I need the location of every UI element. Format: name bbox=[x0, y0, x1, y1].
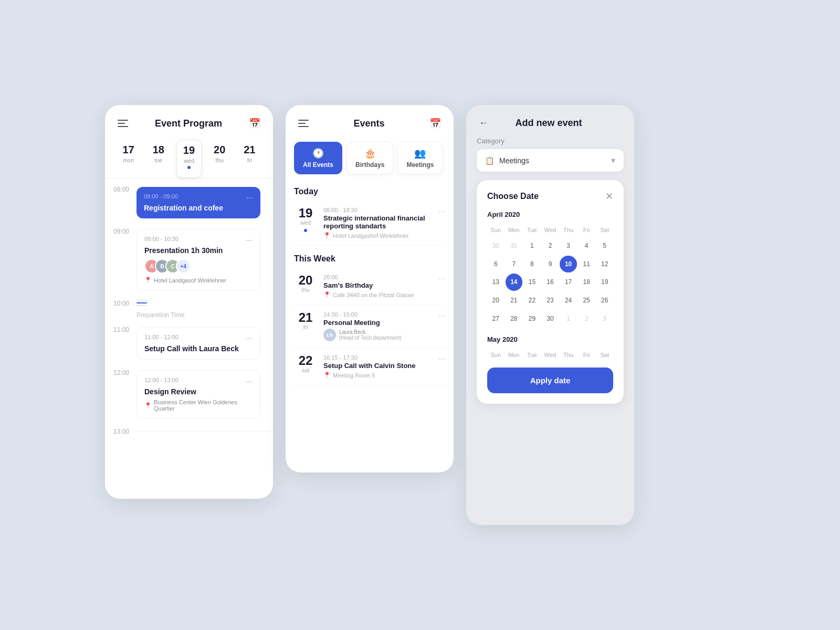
day-18[interactable]: 18 tue bbox=[146, 140, 171, 178]
cal-day[interactable]: 30 bbox=[487, 237, 505, 255]
cal-day[interactable]: 28 bbox=[506, 310, 523, 327]
time-label-12: 12:00 bbox=[113, 368, 136, 376]
cal-day[interactable]: 20 bbox=[487, 292, 505, 309]
cal-header-tue: Tue bbox=[523, 349, 541, 361]
cal-day[interactable]: 11 bbox=[578, 256, 595, 273]
cal-day[interactable]: 8 bbox=[523, 256, 541, 273]
card-menu-btn[interactable]: ··· bbox=[438, 207, 445, 216]
event-time: 08:00 - 09:00 bbox=[144, 193, 178, 200]
cal-day[interactable]: 1 bbox=[560, 310, 577, 327]
hamburger-icon[interactable] bbox=[118, 120, 128, 127]
event-location: 📍 Café 3440 on the Pitztal Glacier bbox=[323, 291, 445, 298]
cal-day[interactable]: 4 bbox=[578, 237, 595, 255]
cal-day[interactable]: 21 bbox=[506, 292, 523, 309]
event-date-day: wed bbox=[300, 219, 311, 226]
cal-day[interactable]: 18 bbox=[578, 274, 595, 291]
cal-day[interactable]: 15 bbox=[523, 274, 541, 291]
event-date-num: 21 bbox=[299, 311, 313, 324]
cal-day[interactable]: 31 bbox=[506, 237, 523, 255]
cal-day[interactable]: 27 bbox=[487, 310, 505, 327]
cal-header-wed: Wed bbox=[542, 349, 559, 361]
cal-day[interactable]: 3 bbox=[596, 310, 613, 327]
cal-day-selected[interactable]: 14 bbox=[506, 274, 523, 291]
cal-day[interactable]: 13 bbox=[487, 274, 505, 291]
cal-day[interactable]: 5 bbox=[596, 237, 613, 255]
cal-day[interactable]: 30 bbox=[542, 310, 559, 327]
day-19-active[interactable]: 19 wed bbox=[176, 140, 202, 178]
tab-meetings[interactable]: 👥 Meetings bbox=[397, 142, 443, 174]
event-date-block: 20 thu bbox=[294, 274, 317, 298]
cal-day[interactable]: 3 bbox=[560, 237, 577, 255]
day-17[interactable]: 17 mon bbox=[116, 140, 140, 178]
cal-day[interactable]: 16 bbox=[542, 274, 559, 291]
cal-day[interactable]: 12 bbox=[596, 256, 613, 273]
card-menu-btn[interactable]: ··· bbox=[438, 354, 445, 364]
category-value-text: Meetings bbox=[499, 156, 529, 165]
cal-day[interactable]: 1 bbox=[523, 237, 541, 255]
card-menu-btn[interactable]: ··· bbox=[438, 311, 445, 321]
prep-label: Preparetion Time bbox=[105, 307, 273, 321]
event-date-dot bbox=[304, 229, 307, 232]
event-design-review[interactable]: 12:00 - 13:00 ··· Design Review 📍 Busine… bbox=[136, 370, 260, 418]
event-registration[interactable]: 08:00 - 09:00 ··· Registration and cofee bbox=[136, 187, 260, 218]
category-select[interactable]: 📋 Meetings ▾ bbox=[477, 149, 624, 172]
event-menu-btn[interactable]: ··· bbox=[246, 236, 253, 245]
event-setup-call[interactable]: 11:00 - 12:00 ··· Setup Call with Laura … bbox=[136, 327, 260, 360]
cal-day[interactable]: 7 bbox=[506, 256, 523, 273]
calendar-icon[interactable]: 📅 bbox=[249, 118, 260, 129]
cal-day[interactable]: 9 bbox=[542, 256, 559, 273]
cal-day[interactable]: 17 bbox=[560, 274, 577, 291]
event-card-personal-meeting[interactable]: 21 fri 14:30 - 15:00 Personal Meeting LB… bbox=[294, 305, 445, 348]
cal-day[interactable]: 29 bbox=[523, 310, 541, 327]
hline-1 bbox=[298, 120, 309, 121]
cal-day[interactable]: 2 bbox=[578, 310, 595, 327]
day-21[interactable]: 21 fri bbox=[237, 140, 261, 178]
event-time-text: 08:00 - 18:30 bbox=[323, 207, 445, 213]
day-label: tue bbox=[154, 157, 162, 163]
close-icon[interactable]: ✕ bbox=[605, 191, 613, 202]
cal-day[interactable]: 25 bbox=[578, 292, 595, 309]
location-text: Café 3440 on the Pitztal Glacier bbox=[333, 292, 414, 298]
cal-header-sat: Sat bbox=[596, 224, 613, 236]
event-card-today[interactable]: 19 wed 08:00 - 18:30 Strategic internati… bbox=[294, 201, 445, 246]
clock-icon: 🕐 bbox=[312, 148, 324, 159]
avatar-count: +4 bbox=[176, 259, 191, 274]
cal-day[interactable]: 26 bbox=[596, 292, 613, 309]
tab-all-events[interactable]: 🕐 All Events bbox=[294, 142, 342, 174]
category-value-display: 📋 Meetings bbox=[485, 156, 529, 165]
cal-day[interactable]: 2 bbox=[542, 237, 559, 255]
event-time: 09:00 - 10:30 bbox=[144, 236, 178, 242]
location-text: Hotel Landgashof Winklehner bbox=[333, 233, 408, 239]
cal-header-mon: Mon bbox=[506, 349, 523, 361]
card-menu-btn[interactable]: ··· bbox=[438, 274, 445, 284]
tab-birthdays[interactable]: 🎂 Birthdays bbox=[346, 142, 393, 174]
day-20[interactable]: 20 thu bbox=[207, 140, 232, 178]
cal-day[interactable]: 22 bbox=[523, 292, 541, 309]
time-row-11: 11:00 11:00 - 12:00 ··· Setup Call with … bbox=[105, 325, 273, 362]
apply-date-button[interactable]: Apply date bbox=[487, 368, 613, 393]
hamburger-icon[interactable] bbox=[298, 120, 309, 127]
cal-day[interactable]: 24 bbox=[560, 292, 577, 309]
screen-event-program: Event Program 📅 17 mon 18 tue 19 wed 20 … bbox=[105, 105, 273, 499]
screen1-header: Event Program 📅 bbox=[105, 105, 273, 135]
event-card-sam-birthday[interactable]: 20 thu 20:00 Sam's Birthday 📍 Café 3440 … bbox=[294, 268, 445, 305]
day-num: 20 bbox=[214, 144, 225, 156]
event-title: Presentation 1h 30min bbox=[144, 246, 253, 255]
schedule: 08:00 08:00 - 09:00 ··· Registration and… bbox=[105, 178, 273, 444]
cal-day[interactable]: 19 bbox=[596, 274, 613, 291]
event-menu-btn[interactable]: ··· bbox=[246, 377, 253, 386]
event-menu-btn[interactable]: ··· bbox=[246, 334, 253, 343]
cal-day[interactable]: 6 bbox=[487, 256, 505, 273]
event-card-calvin-call[interactable]: 22 sat 16:15 - 17:30 Setup Call with Cal… bbox=[294, 348, 445, 385]
time-row-8: 08:00 08:00 - 09:00 ··· Registration and… bbox=[105, 185, 273, 220]
event-date-block: 22 sat bbox=[294, 354, 317, 379]
back-button[interactable]: ← bbox=[479, 118, 488, 129]
today-section-title: Today bbox=[294, 187, 445, 196]
cal-day[interactable]: 23 bbox=[542, 292, 559, 309]
calendar-icon-2[interactable]: 📅 bbox=[429, 118, 441, 129]
time-row-13: 13:00 bbox=[105, 427, 273, 435]
cal-day-today[interactable]: 10 bbox=[560, 256, 577, 273]
event-menu-btn[interactable]: ··· bbox=[246, 193, 253, 203]
event-presentation[interactable]: 09:00 - 10:30 ··· Presentation 1h 30min … bbox=[136, 229, 260, 290]
hline-3 bbox=[298, 126, 309, 127]
